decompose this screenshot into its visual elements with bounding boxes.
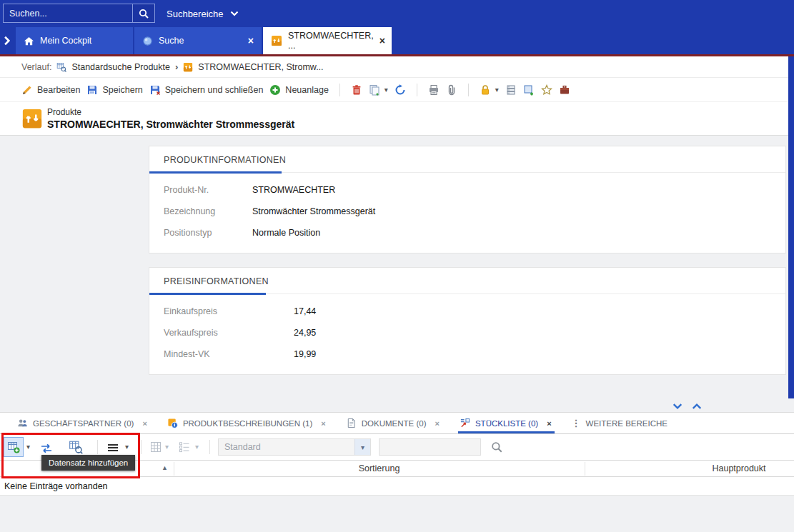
record-header: Produkte STROMWAECHTER, Stromwächter Str…: [0, 102, 794, 136]
search-icon[interactable]: [490, 441, 503, 453]
chevron-down-icon[interactable]: ▾: [495, 86, 499, 94]
search-areas-dropdown[interactable]: Suchbereiche: [167, 0, 239, 27]
chevron-down-icon[interactable]: ▾: [354, 439, 370, 455]
close-icon[interactable]: ×: [379, 36, 385, 46]
tab-geschaeftspartner[interactable]: GESCHÄFTSPARTNER (0) ×: [17, 413, 147, 433]
field-row: Einkaufspreis 17,44: [164, 301, 785, 322]
view-selector-dropdown[interactable]: Standard ▾: [218, 438, 371, 456]
refresh-button[interactable]: [394, 84, 406, 96]
save-disk-icon: [86, 84, 98, 96]
save-close-label: Speichern und schließen: [165, 85, 264, 95]
product-icon: [271, 35, 282, 46]
star-icon: [541, 84, 552, 96]
edit-button[interactable]: Bearbeiten: [21, 84, 80, 96]
grid-view-icon[interactable]: [150, 441, 162, 453]
tab-produktbeschreibungen[interactable]: PRODUKTBESCHREIBUNGEN (1) ×: [167, 413, 326, 433]
tab-label: GESCHÄFTSPARTNER (0): [33, 419, 134, 428]
close-icon[interactable]: ×: [248, 36, 254, 46]
field-value[interactable]: 17,44: [294, 306, 316, 316]
card-body: Produkt-Nr. STROMWAECHTER Bezeichnung St…: [149, 173, 785, 244]
section-tab-produktinformationen[interactable]: PRODUKTINFORMATIONEN: [164, 155, 286, 165]
favorite-button[interactable]: [541, 84, 552, 96]
add-record-icon: [7, 441, 20, 453]
chevron-down-icon[interactable]: ▾: [26, 443, 30, 451]
chevron-down-icon[interactable]: ▾: [165, 443, 169, 451]
delete-button[interactable]: [351, 84, 362, 96]
chevron-down-icon[interactable]: ▾: [125, 443, 129, 451]
chevron-down-icon[interactable]: [673, 401, 683, 411]
field-row: Produkt-Nr. STROMWAECHTER: [164, 179, 785, 201]
tab-mein-cockpit[interactable]: Mein Cockpit: [16, 27, 133, 54]
list-view-menu-icon[interactable]: [107, 443, 119, 452]
new-record-button[interactable]: Neuanlage: [269, 84, 328, 96]
panel-expand-icon[interactable]: [2, 36, 12, 46]
transfer-arrows-icon[interactable]: [39, 441, 54, 456]
search-input[interactable]: [4, 9, 132, 19]
plus-circle-icon: [269, 84, 281, 96]
print-button[interactable]: [428, 84, 440, 96]
close-icon[interactable]: ×: [435, 419, 440, 428]
field-value[interactable]: STROMWAECHTER: [252, 185, 335, 195]
card-produktinformationen: PRODUKTINFORMATIONEN Produkt-Nr. STROMWA…: [149, 146, 786, 254]
tab-label: STÜCKLISTE (0): [475, 419, 538, 428]
footer-area: [0, 496, 794, 532]
product-icon: [183, 62, 193, 72]
close-icon[interactable]: ×: [547, 419, 551, 428]
column-header-hauptprodukt[interactable]: Hauptprodukt: [585, 463, 794, 473]
copy-button[interactable]: ▾: [369, 84, 388, 96]
toolbar-separator: [339, 84, 340, 96]
tab-weitere-bereiche[interactable]: ⋮ WEITERE BEREICHE: [572, 413, 668, 433]
close-icon[interactable]: ×: [142, 419, 147, 428]
chevron-down-icon[interactable]: ▾: [195, 443, 199, 451]
people-icon: [17, 418, 28, 428]
save-and-close-button[interactable]: Speichern und schließen: [149, 84, 264, 96]
column-header-sortierung[interactable]: Sortierung: [174, 463, 585, 473]
tab-label: STROMWAECHTER, ...: [288, 31, 374, 51]
field-label: Bezeichnung: [164, 206, 252, 216]
section-tab-preisinformationen[interactable]: PREISINFORMATIONEN: [164, 276, 269, 286]
field-label: Mindest-VK: [164, 349, 294, 359]
lock-button[interactable]: ▾: [480, 84, 499, 96]
breadcrumb-standardsuche[interactable]: Standardsuche Produkte: [71, 62, 170, 72]
field-value[interactable]: 19,99: [294, 349, 316, 359]
tab-label: WEITERE BEREICHE: [586, 419, 668, 428]
field-row: Verkaufspreis 24,95: [164, 322, 785, 343]
attachment-button[interactable]: [446, 84, 457, 96]
table-search-icon[interactable]: [69, 440, 83, 454]
breadcrumb-stromwaechter[interactable]: STROMWAECHTER, Stromw...: [198, 62, 323, 72]
archive-button[interactable]: [505, 84, 517, 96]
collapsed-side-panel[interactable]: [788, 56, 794, 398]
record-content-area: PRODUKTINFORMATIONEN Produkt-Nr. STROMWA…: [0, 136, 794, 398]
tab-dokumente[interactable]: DOKUMENTE (0) ×: [346, 413, 440, 433]
save-button[interactable]: Speichern: [86, 84, 142, 96]
home-icon: [24, 36, 34, 46]
tab-suche[interactable]: Suche ×: [134, 27, 262, 54]
card-body: Einkaufspreis 17,44 Verkaufspreis 24,95 …: [149, 294, 785, 365]
related-records-tabbar: GESCHÄFTSPARTNER (0) × PRODUKTBESCHREIBU…: [0, 413, 794, 434]
chevron-down-icon[interactable]: ▾: [384, 86, 388, 94]
export-icon: [523, 84, 535, 96]
chevron-up-icon[interactable]: [692, 401, 702, 411]
field-label: Positionstyp: [164, 228, 252, 238]
field-row: Positionstyp Normale Position: [164, 222, 785, 244]
history-label: Verlauf:: [21, 62, 51, 72]
global-search-box[interactable]: [3, 4, 155, 23]
field-value[interactable]: 24,95: [294, 328, 316, 338]
field-value[interactable]: Normale Position: [252, 228, 320, 238]
sort-ascending-icon[interactable]: ▲: [162, 464, 168, 471]
tab-label: Suche: [159, 36, 184, 46]
empty-list-message: Keine Einträge vorhanden: [4, 481, 108, 491]
add-record-button[interactable]: [4, 437, 24, 457]
export-button[interactable]: [523, 84, 535, 96]
checklist-icon[interactable]: [179, 441, 190, 453]
search-icon[interactable]: [133, 8, 154, 19]
panel-collapse-strip: [0, 398, 794, 413]
tab-stueckliste[interactable]: STÜCKLISTE (0) ×: [460, 413, 552, 433]
tab-stromwaechter-active[interactable]: STROMWAECHTER, ... ×: [263, 27, 392, 54]
card-header: PRODUKTINFORMATIONEN: [149, 146, 785, 173]
breadcrumb-separator-icon: ›: [175, 61, 178, 72]
field-value[interactable]: Stromwächter Strommessgerät: [252, 206, 375, 216]
toolbox-button[interactable]: [559, 84, 570, 96]
close-icon[interactable]: ×: [321, 419, 325, 428]
list-filter-input[interactable]: [379, 438, 481, 456]
